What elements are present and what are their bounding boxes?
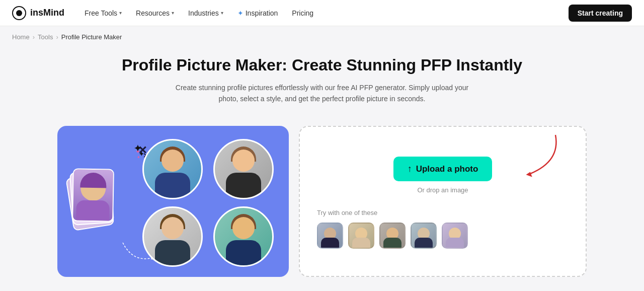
navbar: insMind Free Tools ▾ Resources ▾ Industr… <box>0 0 644 26</box>
upload-panel: ↑ Upload a photo Or drop an image Try wi… <box>299 126 587 277</box>
try-thumb-3[interactable] <box>379 223 406 249</box>
breadcrumb-tools[interactable]: Tools <box>38 33 53 41</box>
stacked-photos <box>72 169 123 234</box>
demo-panel: ✕ ✕ ✦ ✦ <box>57 126 289 277</box>
nav-resources[interactable]: Resources ▾ <box>130 6 180 20</box>
try-thumb-4[interactable] <box>411 223 437 249</box>
circle-photo-1 <box>142 139 203 199</box>
breadcrumb-wrap: Home › Tools › Profile Picture Maker <box>0 26 644 41</box>
breadcrumb-home[interactable]: Home <box>12 33 30 41</box>
svg-point-1 <box>16 10 22 16</box>
logo-icon <box>12 6 26 20</box>
hero-section: Profile Picture Maker: Create Stunning P… <box>0 41 644 115</box>
logo-text: insMind <box>30 8 64 18</box>
nav-links: Free Tools ▾ Resources ▾ Industries ▾ ✦ … <box>78 6 569 20</box>
content-row: ✕ ✕ ✦ ✦ <box>45 126 599 277</box>
upload-icon: ↑ <box>408 164 412 174</box>
circle-photo-2 <box>213 139 274 199</box>
upload-photo-button[interactable]: ↑ Upload a photo <box>393 157 493 181</box>
try-thumb-5[interactable] <box>442 223 468 249</box>
breadcrumb: Home › Tools › Profile Picture Maker <box>12 33 632 41</box>
circle-photo-4 <box>213 206 274 267</box>
nav-free-tools[interactable]: Free Tools ▾ <box>78 6 128 20</box>
try-label: Try with one of these <box>317 209 377 216</box>
try-thumb-2[interactable] <box>348 223 374 249</box>
breadcrumb-sep-1: › <box>33 33 35 41</box>
nav-right: Start creating <box>569 5 632 22</box>
sparkle-icon: ✦ <box>237 9 244 17</box>
svg-marker-3 <box>526 171 533 177</box>
nav-pricing[interactable]: Pricing <box>286 6 319 20</box>
try-thumb-1[interactable] <box>317 223 343 249</box>
nav-industries[interactable]: Industries ▾ <box>182 6 229 20</box>
plus-deco-2: ✦ <box>139 151 144 157</box>
circle-photo-3 <box>142 206 203 267</box>
nav-inspiration[interactable]: ✦ Inspiration <box>231 6 284 20</box>
stacked-photo-front <box>72 168 114 222</box>
breadcrumb-sep-2: › <box>56 33 58 41</box>
try-thumbs <box>317 223 468 249</box>
start-creating-button[interactable]: Start creating <box>569 5 632 22</box>
page-title: Profile Picture Maker: Create Stunning P… <box>12 55 632 75</box>
logo[interactable]: insMind <box>12 6 64 20</box>
chevron-down-icon: ▾ <box>221 10 223 16</box>
breadcrumb-current: Profile Picture Maker <box>61 33 122 41</box>
chevron-down-icon: ▾ <box>172 10 174 16</box>
hero-description: Create stunning profile pictures effortl… <box>166 82 478 105</box>
chevron-down-icon: ▾ <box>119 10 122 16</box>
or-drop-text: Or drop an image <box>417 186 468 194</box>
